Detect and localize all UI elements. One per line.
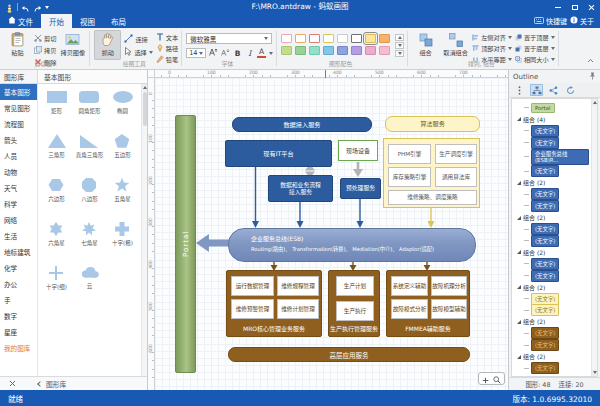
outline-group[interactable]: 组合 (4)	[517, 114, 591, 126]
qat-customize-icon[interactable]	[45, 6, 49, 9]
category-item[interactable]: 星座	[0, 324, 37, 340]
category-item[interactable]: 数字	[0, 308, 37, 324]
shape-triangle[interactable]: 三角形	[47, 133, 67, 177]
color-swatch[interactable]	[323, 34, 334, 43]
outline-node-portal[interactable]: Portal	[517, 102, 591, 114]
shape-grid-scrollbar[interactable]	[141, 84, 147, 376]
swatch-scroll-up-button[interactable]	[395, 34, 404, 41]
category-item[interactable]: 网络	[0, 212, 37, 228]
diagram-prod-box[interactable]: 生产执行	[336, 301, 374, 321]
shortcut-keys-button[interactable]: 快捷键	[534, 16, 567, 26]
category-item-my-library[interactable]: 我的图库	[0, 340, 37, 356]
align-top-button[interactable]: 顶部对齐	[472, 44, 512, 53]
color-swatch-selected[interactable]	[365, 34, 376, 43]
outline-node[interactable]: (无文字)	[517, 165, 591, 177]
outline-group[interactable]: 组合 (2)	[517, 351, 591, 363]
font-color-dropdown-icon[interactable]	[269, 52, 273, 55]
outline-node[interactable]: (无文字)	[517, 223, 591, 235]
outline-node[interactable]: (无文字)	[517, 235, 591, 247]
maximize-button[interactable]	[566, 0, 583, 14]
diagram-fmmea-box[interactable]: 故障机理分析	[431, 276, 467, 296]
diagram-algorithm-library[interactable]: 通用算法库	[435, 167, 477, 187]
category-item[interactable]: 常见图形	[0, 100, 37, 116]
shape-cross-thin[interactable]: 十字(细)	[46, 265, 67, 309]
zoom-in-icon[interactable]	[482, 369, 489, 388]
color-swatch[interactable]	[295, 46, 306, 55]
select-tool-button[interactable]: 选择	[124, 47, 152, 57]
about-button[interactable]: 关于	[570, 16, 594, 26]
grab-tool-button[interactable]: 抓动	[94, 30, 121, 60]
diagram-esb-bus[interactable]: 企业服务总线(ESB) Routing(路由)、 Transformation(…	[228, 228, 476, 262]
color-swatch[interactable]	[281, 34, 292, 43]
expander-icon[interactable]	[517, 320, 521, 324]
category-item[interactable]: 动物	[0, 164, 37, 180]
grow-font-button[interactable]	[209, 48, 218, 58]
category-item[interactable]: 流程图	[0, 116, 37, 132]
color-swatch[interactable]	[295, 34, 306, 43]
shape-pentagon[interactable]: 五边形	[114, 133, 131, 177]
outline-group[interactable]: 组合 (2)	[517, 177, 591, 189]
diagram-inventory-engine[interactable]: 库存策略引擎	[388, 167, 431, 187]
shape-ellipse[interactable]: 椭圆	[112, 89, 134, 133]
group-button[interactable]: 组合	[412, 30, 439, 60]
copy-button[interactable]: 拷贝	[34, 46, 56, 55]
outline-node[interactable]: (无文字)	[517, 362, 591, 374]
color-swatch[interactable]	[337, 46, 348, 55]
diagram-prod-box[interactable]: 生产计划	[336, 276, 374, 296]
bold-button[interactable]: B	[233, 49, 242, 58]
diagram-mro-box[interactable]: 运行数据管理	[231, 276, 274, 296]
diagram-app-service-bar[interactable]: 高层应用服务	[228, 347, 470, 362]
category-item[interactable]: 箭头	[0, 132, 37, 148]
category-item[interactable]: 化学	[0, 260, 37, 276]
outline-tree-view-icon[interactable]	[530, 84, 543, 96]
close-button[interactable]	[583, 0, 600, 14]
font-size-select[interactable]: 14	[186, 48, 206, 58]
drawing-canvas[interactable]: 0 100 200 300 400 500 600 700 0 100 200 …	[148, 70, 508, 390]
outline-node[interactable]: (无文字)	[517, 200, 591, 212]
text-tool-button[interactable]: 文本	[156, 33, 178, 42]
cut-button[interactable]: 剪切	[34, 34, 56, 43]
category-item[interactable]: 办公	[0, 276, 37, 292]
outline-node[interactable]: (无文字)	[517, 339, 591, 351]
category-item[interactable]: 生活	[0, 228, 37, 244]
color-swatch[interactable]	[379, 34, 390, 43]
diagram-mro-box[interactable]: 维修计划管理	[277, 299, 319, 319]
shape-right-triangle[interactable]: 直角三角形	[76, 133, 104, 177]
diagram-production-container[interactable]: 生产计划 生产执行 生产执行管理服务	[328, 270, 380, 337]
magnifier-icon[interactable]	[493, 369, 501, 388]
collapse-ribbon-icon[interactable]	[587, 48, 594, 67]
outline-node[interactable]: (无文字)	[517, 270, 591, 282]
outline-node-esb[interactable]: 企业服务总线(ESB)R...	[517, 148, 591, 165]
outline-node[interactable]: (无文字)	[517, 189, 591, 201]
send-to-back-button[interactable]: 置于底层	[515, 44, 555, 53]
font-family-select[interactable]: 微软雅黑	[186, 33, 272, 44]
align-left-button[interactable]: 左侧对齐	[472, 33, 512, 42]
italic-button[interactable]: I	[245, 49, 254, 58]
color-swatch[interactable]	[281, 46, 292, 55]
diagram-data-access-service[interactable]: 数据接入服务	[232, 117, 372, 132]
diagram-it-platform[interactable]: 现有IT平台	[225, 140, 332, 167]
swatch-more-button[interactable]	[395, 50, 404, 57]
shape-cloud[interactable]: 云	[80, 265, 100, 309]
diagram-portal-bar[interactable]: Portal	[175, 115, 196, 373]
diagram-algorithm-service[interactable]: 算法服务	[385, 116, 480, 132]
diagram-algorithm-container[interactable]: PHM引擎 生产调度引擎 库存策略引擎 通用算法库 维修策略、调度策略	[383, 138, 480, 208]
outline-share-icon[interactable]	[547, 84, 560, 96]
swatch-scroll-down-button[interactable]	[395, 42, 404, 49]
diagram-data-biz-access[interactable]: 数据和业务流程接入服务	[268, 175, 333, 202]
outline-group[interactable]: 组合 (2)	[517, 212, 591, 224]
expander-icon[interactable]	[517, 250, 521, 254]
tab-layout[interactable]: 布局	[103, 14, 134, 28]
diagram-fmmea-box[interactable]: 故障模型辅助	[431, 299, 467, 319]
outline-group[interactable]: 组合 (2)	[517, 316, 591, 328]
bring-to-front-button[interactable]: 置于顶层	[515, 33, 555, 42]
category-item[interactable]: 地标建筑	[0, 244, 37, 260]
color-swatch[interactable]	[309, 34, 320, 43]
shrink-font-button[interactable]	[221, 48, 230, 58]
path-tool-button[interactable]: 路径	[156, 44, 178, 53]
diagram-preprocess-service[interactable]: 预处理服务	[340, 178, 381, 199]
copy-image-button[interactable]: 拷贝图像	[59, 30, 86, 60]
category-item[interactable]: 手	[0, 292, 37, 308]
shape-star5[interactable]: 五角星	[114, 177, 131, 221]
shape-hexagon[interactable]: 六边形	[48, 177, 65, 221]
